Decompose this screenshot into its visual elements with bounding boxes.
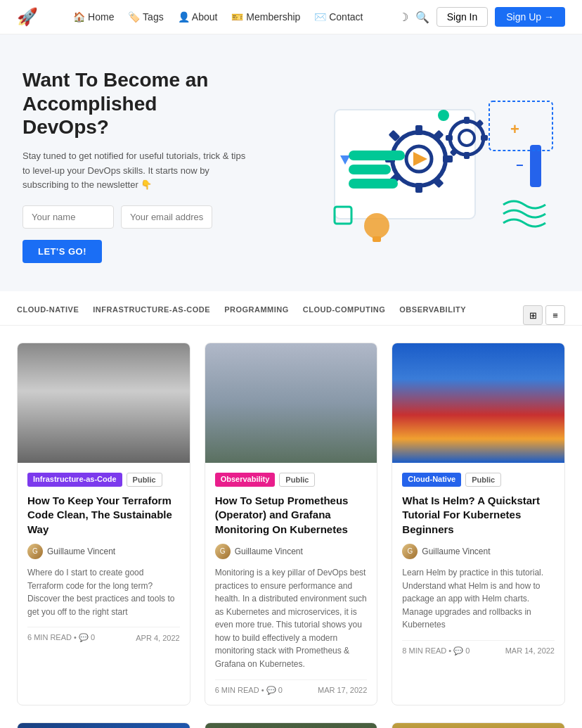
list-view-button[interactable]: ≡	[545, 305, 565, 325]
tag-public[interactable]: Public	[127, 473, 162, 487]
svg-rect-4	[415, 183, 422, 193]
grid-view-button[interactable]: ⊞	[523, 305, 543, 325]
cards-section: Infrastructure-as-Code Public How To Kee…	[0, 326, 582, 722]
card-footer: 8 MIN READ • 💬 0 MAR 14, 2022	[402, 640, 555, 656]
svg-rect-14	[464, 117, 470, 124]
author-name: Guillaume Vincent	[47, 547, 115, 556]
card-footer: 6 MIN READ • 💬 0 MAR 17, 2022	[215, 679, 368, 695]
nav-tags[interactable]: 🏷️ Tags	[128, 11, 163, 23]
svg-rect-20	[349, 151, 405, 160]
card-excerpt: Monitoring is a key pillar of DevOps bes…	[215, 566, 368, 671]
card-title: How To Keep Your Terraform Code Clean, T…	[27, 494, 180, 537]
signin-button[interactable]: Sign In	[436, 7, 489, 27]
nav-membership[interactable]: 🎫 Membership	[231, 11, 300, 23]
avatar: G	[215, 544, 231, 559]
hero-section: Want To Become an Accomplished DevOps? S…	[0, 34, 582, 291]
publish-date: MAR 14, 2022	[505, 646, 555, 655]
card-item[interactable]: Observability Public How To Setup Promet…	[205, 343, 378, 705]
author-name: Guillaume Vincent	[422, 547, 490, 556]
hero-text: Want To Become an Accomplished DevOps? S…	[22, 68, 247, 263]
card-author: G Guillaume Vincent	[27, 544, 180, 559]
nav-contact[interactable]: ✉️ Contact	[314, 11, 363, 23]
tag-public[interactable]: Public	[465, 473, 501, 487]
search-icon[interactable]: 🔍	[415, 11, 429, 24]
hero-illustration: + −	[292, 89, 560, 243]
nav-links: 🏠 Home 🏷️ Tags 👤 About 🎫 Membership ✉️ C…	[73, 11, 363, 23]
nav-home[interactable]: 🏠 Home	[73, 11, 114, 23]
name-field[interactable]	[22, 205, 114, 229]
view-toggle: ⊞ ≡	[523, 305, 565, 325]
tag-primary[interactable]: Observability	[215, 473, 276, 487]
svg-rect-22	[349, 179, 398, 189]
card-author: G Guillaume Vincent	[215, 544, 368, 559]
svg-rect-25	[373, 236, 381, 242]
cat-cloud-native[interactable]: CLOUD-NATIVE	[17, 305, 79, 325]
card-item[interactable]: Infrastructure-as-Code Public How To Kee…	[17, 343, 190, 705]
hero-form	[22, 205, 247, 229]
tag-primary[interactable]: Infrastructure-as-Code	[27, 473, 122, 487]
logo[interactable]: 🚀	[17, 7, 38, 27]
cards-grid: Infrastructure-as-Code Public How To Kee…	[17, 343, 565, 705]
signup-button[interactable]: Sign Up →	[495, 7, 565, 27]
publish-date: MAR 17, 2022	[318, 686, 367, 694]
cat-programming[interactable]: PROGRAMMING	[224, 305, 289, 325]
read-time: 8 MIN READ • 💬 0	[402, 646, 470, 656]
card-title: What Is Helm? A Quickstart Tutorial For …	[402, 494, 555, 537]
read-time: 6 MIN READ • 💬 0	[215, 686, 283, 695]
category-links: CLOUD-NATIVE INFRASTRUCTURE-AS-CODE PROG…	[17, 305, 466, 325]
card-image	[18, 343, 190, 463]
card-footer: 6 MIN READ • 💬 0 APR 4, 2022	[27, 627, 180, 642]
read-time: 6 MIN READ • 💬 0	[27, 633, 95, 642]
svg-rect-15	[464, 152, 470, 159]
tag-public[interactable]: Public	[279, 473, 315, 487]
svg-rect-16	[481, 135, 488, 141]
card-title: How To Setup Prometheus (Operator) and G…	[215, 494, 368, 537]
svg-text:−: −	[516, 158, 524, 172]
categories-bar: CLOUD-NATIVE INFRASTRUCTURE-AS-CODE PROG…	[0, 291, 582, 326]
hero-title: Want To Become an Accomplished DevOps?	[22, 68, 247, 139]
cat-iac[interactable]: INFRASTRUCTURE-AS-CODE	[93, 305, 210, 325]
card-tags: Cloud-Native Public	[402, 473, 555, 487]
svg-rect-21	[349, 165, 391, 174]
author-name: Guillaume Vincent	[235, 547, 303, 556]
card-excerpt: Where do I start to create good Terrafor…	[27, 566, 180, 618]
svg-rect-5	[443, 155, 453, 162]
card-image	[392, 343, 564, 463]
cat-cloud-computing[interactable]: CLOUD-COMPUTING	[303, 305, 386, 325]
svg-rect-17	[446, 135, 453, 141]
letsgo-button[interactable]: LET'S GO!	[22, 240, 102, 263]
svg-rect-30	[489, 101, 552, 151]
avatar: G	[402, 544, 418, 559]
card-tags: Infrastructure-as-Code Public	[27, 473, 180, 487]
nav-actions: ☽ 🔍 Sign In Sign Up →	[399, 7, 565, 27]
svg-rect-3	[415, 125, 422, 135]
avatar: G	[27, 544, 43, 559]
navbar: 🚀 🏠 Home 🏷️ Tags 👤 About 🎫 Membership ✉️…	[0, 0, 582, 34]
card-image	[205, 343, 377, 463]
email-field[interactable]	[121, 205, 212, 229]
nav-about[interactable]: 👤 About	[178, 11, 218, 23]
cat-observability[interactable]: OBSERVABILITY	[399, 305, 466, 325]
svg-text:+: +	[510, 120, 519, 138]
svg-point-24	[364, 213, 389, 238]
preview-card[interactable]	[392, 722, 565, 728]
svg-point-31	[438, 110, 449, 121]
bottom-row	[0, 722, 582, 728]
card-excerpt: Learn Helm by practice in this tutorial.…	[402, 566, 555, 632]
card-item[interactable]: Cloud-Native Public What Is Helm? A Quic…	[392, 343, 565, 705]
card-author: G Guillaume Vincent	[402, 544, 555, 559]
publish-date: APR 4, 2022	[136, 634, 179, 642]
hero-description: Stay tuned to get notified for useful tu…	[22, 149, 247, 193]
tag-primary[interactable]: Cloud-Native	[402, 473, 461, 487]
preview-card[interactable]	[17, 722, 190, 728]
svg-rect-18	[475, 119, 484, 128]
card-tags: Observability Public	[215, 473, 368, 487]
preview-card[interactable]	[205, 722, 378, 728]
moon-icon[interactable]: ☽	[399, 11, 408, 24]
